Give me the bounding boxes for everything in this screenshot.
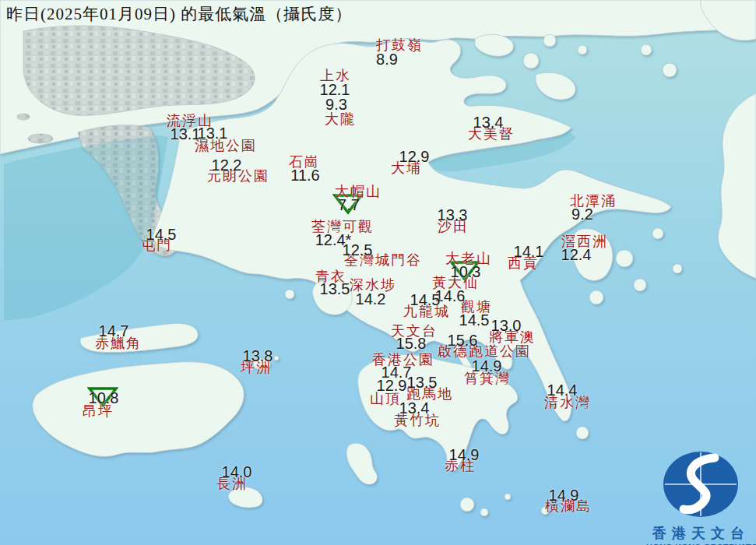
island-tung-lung	[576, 427, 589, 439]
island-small-nw	[28, 134, 53, 143]
island-sk-3	[589, 290, 603, 304]
island-sk-1	[616, 250, 633, 267]
island-mb-3	[578, 45, 587, 54]
island-ma-wan	[285, 290, 294, 299]
station-value: 15.6	[448, 332, 478, 350]
station-value: 14.9	[549, 487, 579, 505]
hong-kong-base-map	[0, 0, 756, 545]
island-beaufort	[480, 508, 488, 516]
station-value: 13.1	[198, 125, 228, 142]
station-value: 8.9	[376, 51, 398, 69]
station-value: 14.0	[222, 463, 252, 481]
station-value: 9.2	[571, 206, 593, 223]
island-mb-5	[641, 44, 652, 55]
station-value: 14.9	[472, 357, 502, 375]
station-value: 13.8	[243, 347, 273, 365]
hko-logo-chinese-name: 香港天文台	[646, 524, 756, 543]
station-value: 12.4	[561, 246, 592, 264]
station-value: 13.0	[491, 317, 522, 335]
station-value: 13.4	[473, 114, 504, 132]
hko-logo: 香港天文台 HONG KONG OBSERVATORY	[646, 448, 756, 545]
station-value: 14.4	[547, 382, 578, 399]
station-value: 14.7	[99, 322, 129, 340]
station-value: 10.3	[451, 263, 481, 281]
island-mb-1	[523, 53, 539, 69]
station-value: 10.8	[89, 389, 119, 407]
station-value: 14.1	[514, 243, 544, 261]
station-value: 14.5	[146, 226, 177, 244]
island-mb-2	[543, 34, 556, 47]
island-sk-5	[673, 264, 682, 273]
station-value: 12.5	[343, 241, 373, 259]
hko-min-temp-map-screen: 昨日(2025年01月09日) 的最低氣溫（攝氏度） 8.9打鼓嶺12.1上水9…	[0, 0, 756, 545]
station-value: 13.3	[438, 206, 468, 224]
station-value: 15.8	[396, 335, 427, 353]
station-value: 12.9	[399, 148, 430, 166]
island-mb-4	[663, 63, 677, 77]
island-small-peng	[274, 356, 279, 360]
island-s1	[505, 494, 511, 500]
map-title: 昨日(2025年01月09日) 的最低氣溫（攝氏度）	[6, 3, 352, 25]
station-value: 12.2	[212, 156, 242, 174]
station-value: 14.9	[449, 446, 480, 464]
station-value: 13.1	[171, 125, 201, 143]
station-value: 7.7	[338, 196, 360, 214]
island-po-toi	[460, 498, 474, 512]
station-value: 14.5	[410, 291, 441, 309]
station-value: 12.9	[377, 377, 407, 395]
station-value: 14.2	[356, 290, 386, 308]
station-value: 13.5	[320, 280, 350, 298]
station-value: 11.6	[290, 167, 319, 185]
station-value: 13.5	[407, 374, 438, 392]
station-value: 14.5	[459, 311, 490, 329]
station-value: 9.3	[325, 96, 347, 114]
station-value: 13.4	[399, 399, 430, 417]
island-sk-4	[652, 228, 663, 239]
hko-logo-icon	[646, 448, 756, 520]
island-sk-2	[634, 279, 646, 291]
island-small-nw2	[17, 114, 30, 120]
